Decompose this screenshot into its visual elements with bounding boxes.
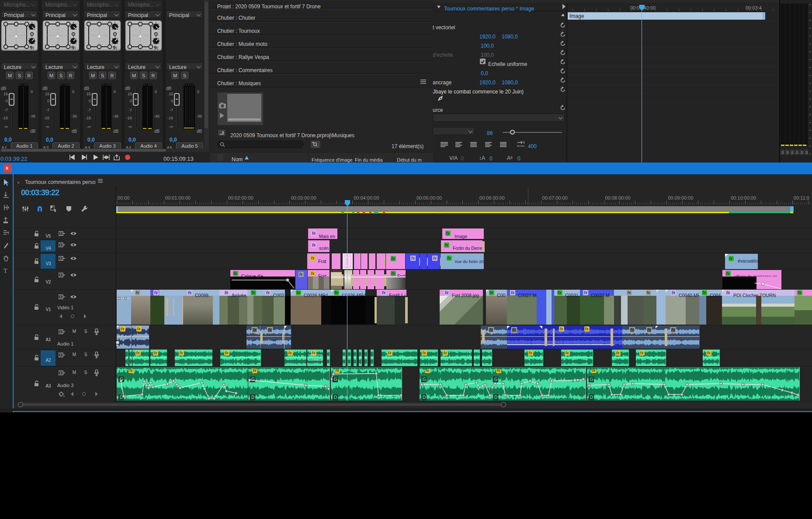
svg-text:T: T (3, 268, 7, 274)
svg-text:9:: 9: (113, 44, 118, 51)
svg-text:9:: 9: (30, 44, 35, 51)
svg-text:9:: 9: (71, 44, 76, 51)
svg-text:9:: 9: (154, 44, 159, 51)
